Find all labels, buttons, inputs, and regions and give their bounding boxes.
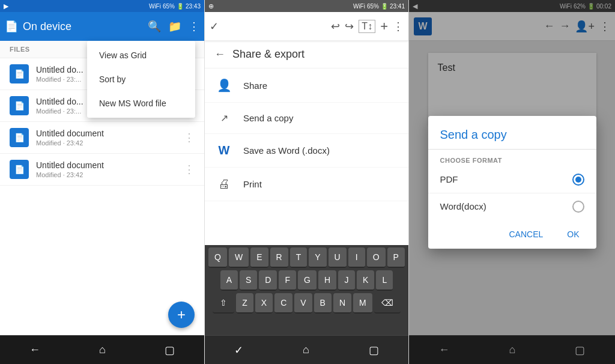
- send-a-copy-dialog: Send a copy CHOOSE FORMAT PDF Word(docx)…: [428, 116, 596, 249]
- battery-1: 🔋: [177, 3, 184, 10]
- dialog-option-pdf[interactable]: PDF: [428, 166, 596, 193]
- back-nav-1[interactable]: ←: [29, 344, 40, 356]
- battery-2: 🔋: [381, 3, 388, 10]
- context-dropdown-menu: View as Grid Sort by New MS Word file: [87, 41, 195, 118]
- file-more-icon-3[interactable]: ⋮: [184, 131, 195, 144]
- word-radio-button[interactable]: [572, 201, 584, 213]
- key-shift[interactable]: ⇧: [213, 293, 234, 314]
- undo-icon[interactable]: ↩: [331, 20, 340, 33]
- key-h[interactable]: H: [318, 270, 336, 291]
- share-back-arrow[interactable]: ←: [214, 48, 225, 61]
- file-item-4[interactable]: 📄 Untitled document Modified · 23:42 ⋮: [0, 154, 204, 186]
- key-row-3: ⇧ Z X C V B N M ⌫: [207, 293, 406, 314]
- panel3-word-doc: ◀ WiFi 62% 🔋 00:02 W ← → 👤+ ⋮ Test Send …: [408, 0, 615, 364]
- dialog-overlay: Send a copy CHOOSE FORMAT PDF Word(docx)…: [409, 0, 615, 364]
- redo-icon[interactable]: ↪: [345, 20, 354, 33]
- key-w[interactable]: W: [229, 247, 249, 268]
- file-name-3: Untitled document: [36, 129, 184, 138]
- dialog-option-word[interactable]: Word(docx): [428, 193, 596, 220]
- file-info-3: Untitled document Modified · 23:42: [36, 129, 184, 147]
- file-more-icon-4[interactable]: ⋮: [184, 163, 195, 176]
- key-i[interactable]: I: [348, 247, 365, 268]
- file-item-3[interactable]: 📄 Untitled document Modified · 23:42 ⋮: [0, 122, 204, 154]
- share-person-icon: 👤: [217, 78, 231, 93]
- key-y[interactable]: Y: [309, 247, 326, 268]
- back-nav-2[interactable]: ✓: [234, 344, 243, 357]
- menu-item-view-grid[interactable]: View as Grid: [87, 43, 195, 67]
- share-menu-share[interactable]: 👤 Share: [205, 68, 408, 103]
- save-word-label: Save as Word (.docx): [243, 145, 330, 156]
- key-a[interactable]: A: [220, 270, 238, 291]
- key-k[interactable]: K: [357, 270, 374, 291]
- key-p[interactable]: P: [387, 247, 405, 268]
- key-x[interactable]: X: [255, 293, 273, 314]
- fab-add-button[interactable]: +: [168, 302, 195, 328]
- key-r[interactable]: R: [270, 247, 288, 268]
- key-o[interactable]: O: [367, 247, 386, 268]
- key-m[interactable]: M: [353, 293, 372, 314]
- share-export-panel: ← Share & export 👤 Share ↗ Send a copy W…: [205, 41, 408, 245]
- file-doc-icon-1: 📄: [10, 64, 29, 83]
- wifi-icon-2: WiFi: [353, 3, 365, 10]
- file-doc-icon-4: 📄: [10, 160, 29, 179]
- bottom-nav-1: ← ⌂ ▢: [0, 335, 204, 364]
- status-right-1: WiFi 65% 🔋 23:43: [149, 3, 201, 10]
- key-u[interactable]: U: [329, 247, 347, 268]
- key-j[interactable]: J: [338, 270, 355, 291]
- send-copy-label: Send a copy: [243, 113, 293, 123]
- key-g[interactable]: G: [298, 270, 317, 291]
- home-nav-2[interactable]: ⌂: [303, 344, 309, 356]
- print-icon: 🖨: [217, 177, 231, 191]
- dialog-title: Send a copy: [428, 116, 596, 150]
- key-b[interactable]: B: [314, 293, 332, 314]
- toolbar-1: 📄 On device 🔍 📁 ⋮: [0, 12, 204, 41]
- key-c[interactable]: C: [274, 293, 292, 314]
- file-date-4: Modified · 23:42: [36, 171, 184, 178]
- key-q[interactable]: Q: [208, 247, 227, 268]
- menu-item-new-word[interactable]: New MS Word file: [87, 91, 195, 115]
- toolbar-2: ✓ ↩ ↪ T↕ + ⋮: [205, 12, 408, 41]
- key-e[interactable]: E: [250, 247, 268, 268]
- search-icon-1[interactable]: 🔍: [148, 20, 161, 33]
- more-icon-1[interactable]: ⋮: [189, 20, 199, 33]
- status-left-1: ▶: [4, 2, 8, 10]
- recents-nav-1[interactable]: ▢: [165, 344, 175, 357]
- dialog-actions: Cancel OK: [428, 220, 596, 249]
- status-bar-1: ▶ WiFi 65% 🔋 23:43: [0, 0, 204, 12]
- key-t[interactable]: T: [290, 247, 308, 268]
- file-info-4: Untitled document Modified · 23:42: [36, 160, 184, 178]
- ok-button[interactable]: OK: [557, 225, 589, 244]
- google-docs-icon: 📄: [5, 20, 18, 33]
- home-nav-1[interactable]: ⌂: [99, 344, 106, 356]
- menu-item-sort-by[interactable]: Sort by: [87, 67, 195, 91]
- recents-nav-2[interactable]: ▢: [369, 344, 379, 357]
- toolbar-icons-1: 🔍 📁 ⋮: [148, 20, 199, 33]
- key-f[interactable]: F: [279, 270, 296, 291]
- key-s[interactable]: S: [240, 270, 257, 291]
- wifi-icon-1: WiFi: [149, 3, 161, 10]
- key-backspace[interactable]: ⌫: [374, 293, 401, 314]
- text-format-icon[interactable]: T↕: [359, 20, 375, 33]
- dialog-section-label: CHOOSE FORMAT: [428, 150, 596, 166]
- time-1: 23:43: [186, 3, 201, 10]
- key-n[interactable]: N: [333, 293, 351, 314]
- key-v[interactable]: V: [294, 293, 312, 314]
- file-doc-icon-2: 📄: [10, 96, 29, 115]
- check-icon[interactable]: ✓: [210, 20, 219, 33]
- cancel-button[interactable]: Cancel: [499, 225, 553, 244]
- key-row-1: Q W E R T Y U I O P: [207, 247, 406, 268]
- share-menu-save-word[interactable]: W Save as Word (.docx): [205, 134, 408, 168]
- file-name-4: Untitled document: [36, 160, 184, 170]
- key-d[interactable]: D: [259, 270, 277, 291]
- key-z[interactable]: Z: [236, 293, 253, 314]
- key-l[interactable]: L: [376, 270, 393, 291]
- share-menu-print[interactable]: 🖨 Print: [205, 168, 408, 201]
- share-menu-send-copy[interactable]: ↗ Send a copy: [205, 103, 408, 134]
- file-date-3: Modified · 23:42: [36, 139, 184, 147]
- folder-icon-1[interactable]: 📁: [168, 20, 181, 33]
- add-icon[interactable]: +: [380, 19, 388, 34]
- more-icon-2[interactable]: ⋮: [393, 20, 404, 33]
- status-left-2: ⊕: [208, 2, 214, 10]
- pdf-radio-button[interactable]: [572, 174, 584, 186]
- word-option-label: Word(docx): [440, 201, 486, 211]
